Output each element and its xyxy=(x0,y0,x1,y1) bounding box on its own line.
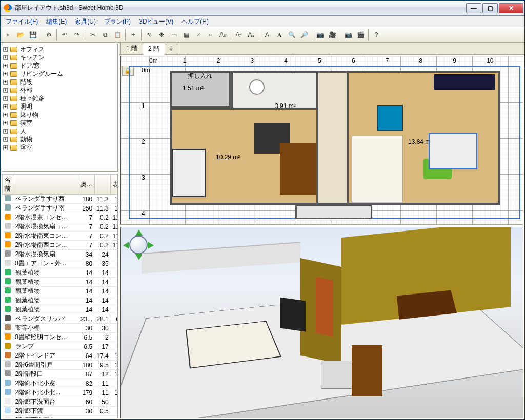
nav-up-icon[interactable] xyxy=(135,229,143,236)
column-header[interactable]: 表... xyxy=(111,175,118,195)
catalog-item[interactable]: +浴室 xyxy=(3,143,116,152)
table-row[interactable]: 2階水場南東コン...70.211.5 xyxy=(3,232,118,241)
catalog-item[interactable]: +階段 xyxy=(3,78,116,86)
import-icon[interactable]: Aᵃ xyxy=(233,29,245,40)
table-row[interactable]: 8畳壁照明コンセ...6.529 xyxy=(3,333,118,342)
close-button[interactable]: ✕ xyxy=(499,3,523,13)
table-row[interactable]: ベランダスリッパ23...28.16.1 xyxy=(3,314,118,324)
3d-top-icon[interactable]: A xyxy=(261,29,273,40)
nav-right-icon[interactable] xyxy=(148,242,154,249)
balcony[interactable] xyxy=(295,205,372,219)
expand-icon[interactable]: + xyxy=(3,121,8,125)
table-row[interactable]: 2階廊下北小北...17911104 xyxy=(3,388,118,397)
catalog-item[interactable]: +リビングルーム xyxy=(3,70,116,78)
open-icon[interactable]: 📂 xyxy=(15,29,26,40)
table-row[interactable]: 薬等小棚303060 xyxy=(3,324,118,333)
column-header[interactable]: 名前 xyxy=(3,175,13,195)
menu-help[interactable]: ヘルプ(H) xyxy=(177,16,213,27)
table-row[interactable]: 8畳エアコン - 外...803561 xyxy=(3,259,118,268)
table-row[interactable]: 2階階段口8712193 xyxy=(3,370,118,379)
expand-icon[interactable]: + xyxy=(3,137,8,142)
new-icon[interactable]: ▫ xyxy=(3,29,14,40)
3d-view[interactable] xyxy=(120,227,523,418)
menu-3dview[interactable]: 3Dビュー(V) xyxy=(135,16,177,27)
table-row[interactable]: 2階6畳間引戸1809.5181 xyxy=(3,361,118,370)
paste-icon[interactable]: 📋 xyxy=(112,29,123,40)
nav-left-icon[interactable] xyxy=(123,242,129,249)
column-header[interactable] xyxy=(94,175,110,195)
3d-overview-icon[interactable]: 🔍 xyxy=(286,29,297,40)
maximize-button[interactable]: ▢ xyxy=(482,3,498,13)
table-row[interactable]: 観葉植物141490 xyxy=(3,278,118,287)
room-corridor[interactable] xyxy=(318,71,347,205)
table-row[interactable]: 観葉植物141490 xyxy=(3,287,118,296)
preferences-icon[interactable]: ⚙ xyxy=(43,29,54,40)
expand-icon[interactable]: + xyxy=(3,88,8,93)
tab-floor-2[interactable]: 2 階 xyxy=(143,43,165,55)
table-row[interactable]: 観葉植物141490 xyxy=(3,305,118,314)
table-row[interactable]: ベランダ手すり西18011.3105 xyxy=(3,195,118,204)
table-row[interactable]: 2階水場南西コン...70.211.5 xyxy=(3,241,118,250)
add-furniture-icon[interactable]: ＋ xyxy=(128,29,139,40)
video-icon[interactable]: 🎬 xyxy=(355,29,366,40)
save-icon[interactable]: 💾 xyxy=(27,29,38,40)
expand-icon[interactable]: + xyxy=(3,104,8,109)
expand-icon[interactable]: + xyxy=(3,64,8,68)
expand-icon[interactable]: + xyxy=(3,72,8,76)
catalog-item[interactable]: +乗り物 xyxy=(3,111,116,119)
catalog-item[interactable]: +外部 xyxy=(3,86,116,94)
expand-icon[interactable]: + xyxy=(3,96,8,101)
pan-icon[interactable]: ✥ xyxy=(156,29,167,40)
zoom-in-icon[interactable]: 📷 xyxy=(314,29,326,40)
column-header[interactable]: 奥... xyxy=(78,175,94,195)
help-icon[interactable]: ? xyxy=(371,29,382,40)
catalog-item[interactable]: +寝室 xyxy=(3,119,116,127)
catalog-item[interactable]: +人 xyxy=(3,127,116,135)
table-row[interactable]: 観葉植物141490 xyxy=(3,296,118,305)
table-row[interactable]: 2階水場東コンセ...70.211.5 xyxy=(3,213,118,222)
dimension-icon[interactable]: ↔ xyxy=(205,29,216,40)
catalog-item[interactable]: +照明 xyxy=(3,102,116,111)
catalog-item[interactable]: +オフィス xyxy=(3,45,116,53)
tab-floor-1[interactable]: 1 階 xyxy=(120,42,143,54)
undo-icon[interactable]: ↶ xyxy=(59,29,70,40)
table-row[interactable]: ベランダ手すり南25011.3105 xyxy=(3,204,118,213)
photo-icon[interactable]: 📷 xyxy=(342,29,354,40)
redo-icon[interactable]: ↷ xyxy=(71,29,83,40)
text-icon[interactable]: A𝑎 xyxy=(217,29,229,40)
table-row[interactable]: 2階廊下北小窓821159 xyxy=(3,379,118,388)
table-row[interactable]: ランプ6.51725 xyxy=(3,342,118,351)
expand-icon[interactable]: + xyxy=(3,145,8,150)
catalog-item[interactable]: +種々雑多 xyxy=(3,94,116,102)
room-icon[interactable]: ▦ xyxy=(180,29,192,40)
table-row[interactable]: 2階トイレドア6417.4181 xyxy=(3,351,118,361)
table-row[interactable]: 2階廊下洗面台605080 xyxy=(3,397,118,407)
select-icon[interactable]: ↖ xyxy=(144,29,155,40)
zoom-out-icon[interactable]: 🎥 xyxy=(327,29,338,40)
titlebar[interactable]: 部屋レイアウト.sh3d - Sweet Home 3D — ▢ ✕ xyxy=(1,1,524,16)
minimize-button[interactable]: — xyxy=(466,3,481,13)
polyline-icon[interactable]: ⟋ xyxy=(193,29,204,40)
expand-icon[interactable]: + xyxy=(3,80,8,85)
table-row[interactable]: 2階廊下洗面台...426.45 xyxy=(3,416,118,419)
copy-icon[interactable]: ⧉ xyxy=(99,29,111,40)
wall-icon[interactable]: ▭ xyxy=(168,29,179,40)
table-row[interactable]: 観葉植物141490 xyxy=(3,268,118,278)
column-header[interactable] xyxy=(13,175,78,195)
cut-icon[interactable]: ✂ xyxy=(87,29,98,40)
menu-file[interactable]: ファイル(F) xyxy=(2,16,42,27)
menu-furniture[interactable]: 家具(U) xyxy=(71,16,100,27)
table-row[interactable]: 2階水場換気扇コ...70.211.5 xyxy=(3,222,118,232)
3d-walk-icon[interactable]: 🔎 xyxy=(298,29,310,40)
expand-icon[interactable]: + xyxy=(3,113,8,117)
plan-view[interactable]: 🔒 0m12345678910 0m1234 押し入れ 1.51 m² 3.91… xyxy=(120,56,523,225)
table-row[interactable]: 2階廊下鏡300.545 xyxy=(3,407,118,416)
expand-icon[interactable]: + xyxy=(3,129,8,134)
table-row[interactable]: 2階水場換気扇342435 xyxy=(3,250,118,259)
catalog-item[interactable]: +キッチン xyxy=(3,53,116,61)
expand-icon[interactable]: + xyxy=(3,47,8,52)
tab-add-floor[interactable]: + xyxy=(165,44,177,54)
3d-virtual-icon[interactable]: 𝐀 xyxy=(274,29,285,40)
catalog-tree[interactable]: +オフィス+キッチン+ドア/窓+リビングルーム+階段+外部+種々雑多+照明+乗り… xyxy=(2,44,118,172)
expand-icon[interactable]: + xyxy=(3,55,8,60)
